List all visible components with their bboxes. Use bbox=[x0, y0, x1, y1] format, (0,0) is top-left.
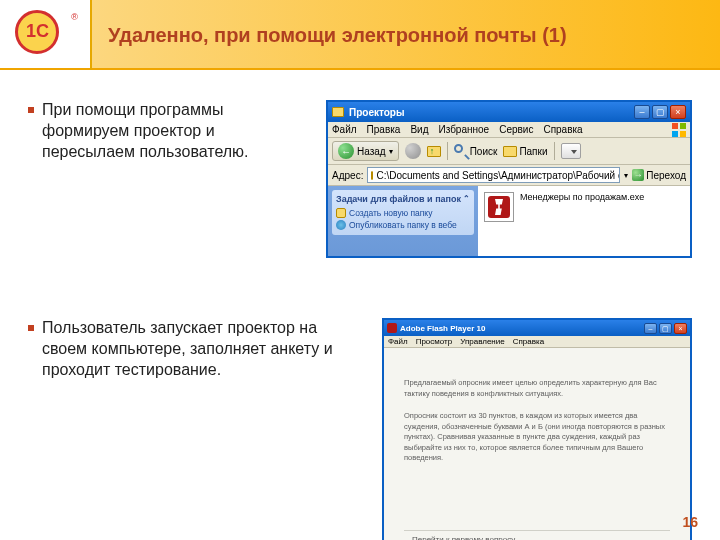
bullet-1: При помощи программы формируем проектор … bbox=[28, 100, 308, 162]
address-dropdown-icon[interactable]: ▾ bbox=[624, 171, 628, 180]
survey-intro-2: Опросник состоит из 30 пунктов, в каждом… bbox=[404, 411, 670, 464]
flash-player-window: Adobe Flash Player 10 – ▢ × Файл Просмот… bbox=[382, 318, 692, 540]
up-folder-button[interactable]: ↑ bbox=[427, 146, 441, 157]
toolbar-separator bbox=[447, 142, 448, 160]
task-publish-web[interactable]: Опубликовать папку в вебе bbox=[336, 219, 470, 231]
windows-flag-icon bbox=[672, 123, 686, 137]
search-button[interactable]: Поиск bbox=[454, 144, 498, 158]
go-button[interactable]: → Переход bbox=[632, 169, 686, 181]
go-label: Переход bbox=[646, 170, 686, 181]
tasks-panel: Задачи для файлов и папок ⌃ Создать нову… bbox=[328, 186, 478, 256]
task1-label: Создать новую папку bbox=[349, 208, 432, 218]
collapse-icon: ⌃ bbox=[463, 194, 470, 204]
new-folder-icon bbox=[336, 208, 346, 218]
toolbar-separator-2 bbox=[554, 142, 555, 160]
logo-1c: 1C ® bbox=[15, 10, 70, 60]
address-label: Адрес: bbox=[332, 170, 363, 181]
explorer-toolbar: ← Назад ▾ ↑ Поиск Папки bbox=[328, 138, 690, 165]
explorer-window: Проекторы – ▢ × Файл Правка Вид Избранно… bbox=[326, 100, 692, 258]
flash-content: Предлагаемый опросник имеет целью опреде… bbox=[384, 348, 690, 540]
address-path: C:\Documents and Settings\Администратор\… bbox=[376, 170, 620, 181]
flash-menubar: Файл Просмотр Управление Справка bbox=[384, 336, 690, 348]
flash-menu-help[interactable]: Справка bbox=[513, 337, 544, 346]
back-label: Назад bbox=[357, 146, 386, 157]
tasks-title[interactable]: Задачи для файлов и папок ⌃ bbox=[336, 194, 470, 204]
file-list[interactable]: Менеджеры по продажам.exe bbox=[478, 186, 690, 256]
flash-close-button[interactable]: × bbox=[674, 323, 687, 334]
folder-icon bbox=[371, 171, 373, 180]
go-arrow-icon: → bbox=[632, 169, 644, 181]
flash-menu-file[interactable]: Файл bbox=[388, 337, 408, 346]
page-number: 16 bbox=[682, 514, 698, 530]
search-icon bbox=[454, 144, 468, 158]
back-arrow-icon: ← bbox=[338, 143, 354, 159]
menu-edit[interactable]: Правка bbox=[367, 124, 401, 135]
explorer-addressbar: Адрес: C:\Documents and Settings\Админис… bbox=[328, 165, 690, 186]
menu-view[interactable]: Вид bbox=[410, 124, 428, 135]
slide-header: 1C ® Удаленно, при помощи электронной по… bbox=[0, 0, 720, 70]
explorer-body: Задачи для файлов и папок ⌃ Создать нову… bbox=[328, 186, 690, 256]
back-button[interactable]: ← Назад ▾ bbox=[332, 141, 399, 161]
tasks-title-label: Задачи для файлов и папок bbox=[336, 194, 461, 204]
flash-exe-icon[interactable] bbox=[484, 192, 514, 222]
search-label: Поиск bbox=[470, 146, 498, 157]
flash-player-icon bbox=[387, 323, 397, 333]
forward-button[interactable] bbox=[405, 143, 421, 159]
explorer-titlebar[interactable]: Проекторы – ▢ × bbox=[328, 102, 690, 122]
go-first-question-link[interactable]: Перейти к первому вопросу. bbox=[404, 530, 670, 540]
slide-title: Удаленно, при помощи электронной почты (… bbox=[108, 24, 567, 47]
explorer-title: Проекторы bbox=[349, 107, 634, 118]
bullet-2: Пользователь запускает проектор на своем… bbox=[28, 318, 348, 380]
menu-file[interactable]: Файл bbox=[332, 124, 357, 135]
header-separator bbox=[90, 0, 92, 70]
flash-menu-control[interactable]: Управление bbox=[460, 337, 504, 346]
flash-titlebar[interactable]: Adobe Flash Player 10 – ▢ × bbox=[384, 320, 690, 336]
menu-favorites[interactable]: Избранное bbox=[438, 124, 489, 135]
globe-icon bbox=[336, 220, 346, 230]
maximize-button[interactable]: ▢ bbox=[652, 105, 668, 119]
explorer-menubar: Файл Правка Вид Избранное Сервис Справка bbox=[328, 122, 690, 138]
folders-button[interactable]: Папки bbox=[503, 146, 547, 157]
flash-title: Adobe Flash Player 10 bbox=[400, 324, 644, 333]
close-button[interactable]: × bbox=[670, 105, 686, 119]
logo-text: 1C bbox=[26, 21, 49, 42]
folder-icon bbox=[332, 107, 344, 117]
flash-menu-view[interactable]: Просмотр bbox=[416, 337, 453, 346]
address-input[interactable]: C:\Documents and Settings\Администратор\… bbox=[367, 167, 620, 183]
logo-trademark: ® bbox=[71, 12, 78, 22]
flash-maximize-button[interactable]: ▢ bbox=[659, 323, 672, 334]
file-name[interactable]: Менеджеры по продажам.exe bbox=[520, 192, 644, 202]
menu-tools[interactable]: Сервис bbox=[499, 124, 533, 135]
minimize-button[interactable]: – bbox=[634, 105, 650, 119]
flash-minimize-button[interactable]: – bbox=[644, 323, 657, 334]
folders-label: Папки bbox=[519, 146, 547, 157]
chevron-down-icon: ▾ bbox=[389, 147, 393, 156]
folders-icon bbox=[503, 146, 517, 157]
menu-help[interactable]: Справка bbox=[543, 124, 582, 135]
survey-intro-1: Предлагаемый опросник имеет целью опреде… bbox=[404, 378, 670, 399]
views-button[interactable] bbox=[561, 143, 581, 159]
task-create-folder[interactable]: Создать новую папку bbox=[336, 207, 470, 219]
task2-label: Опубликовать папку в вебе bbox=[349, 220, 457, 230]
